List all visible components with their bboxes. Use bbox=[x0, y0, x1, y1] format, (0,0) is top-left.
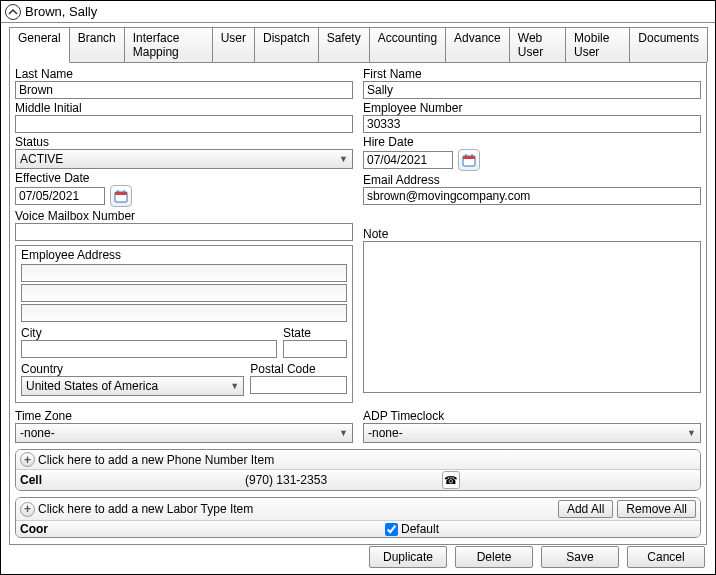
window-title: Brown, Sally bbox=[25, 4, 97, 19]
email-label: Email Address bbox=[363, 173, 701, 187]
hire-date-input[interactable] bbox=[363, 151, 453, 169]
timezone-label: Time Zone bbox=[15, 409, 353, 423]
status-value: ACTIVE bbox=[20, 152, 63, 166]
add-labor-row[interactable]: + Click here to add a new Labor Type Ite… bbox=[20, 502, 554, 517]
country-value: United States of America bbox=[26, 379, 158, 393]
postal-input[interactable] bbox=[250, 376, 347, 394]
tab-advance[interactable]: Advance bbox=[445, 27, 510, 62]
tab-user[interactable]: User bbox=[212, 27, 255, 62]
plus-icon: + bbox=[20, 502, 35, 517]
adp-value: -none- bbox=[368, 426, 403, 440]
chevron-down-icon: ▼ bbox=[339, 154, 348, 164]
voice-mailbox-input[interactable] bbox=[15, 223, 353, 241]
first-name-input[interactable] bbox=[363, 81, 701, 99]
labor-default-label: Default bbox=[401, 522, 439, 536]
middle-initial-input[interactable] bbox=[15, 115, 353, 133]
status-label: Status bbox=[15, 135, 353, 149]
state-label: State bbox=[283, 326, 347, 340]
general-panel: Last Name Middle Initial Status ACTIVE ▼… bbox=[9, 63, 707, 545]
employee-number-input[interactable] bbox=[363, 115, 701, 133]
title-bar: Brown, Sally bbox=[1, 1, 715, 23]
phone-icon[interactable]: ☎ bbox=[442, 471, 460, 489]
add-all-button[interactable]: Add All bbox=[558, 500, 613, 518]
timezone-value: -none- bbox=[20, 426, 55, 440]
city-label: City bbox=[21, 326, 277, 340]
address-group: Employee Address City State bbox=[15, 245, 353, 403]
labor-row[interactable]: Coor Default bbox=[16, 521, 700, 537]
city-input[interactable] bbox=[21, 340, 277, 358]
calendar-icon[interactable] bbox=[458, 149, 480, 171]
phone-list: + Click here to add a new Phone Number I… bbox=[15, 449, 701, 491]
tab-documents[interactable]: Documents bbox=[629, 27, 708, 62]
add-phone-label: Click here to add a new Phone Number Ite… bbox=[38, 453, 274, 467]
labor-type: Coor bbox=[20, 522, 385, 536]
status-select[interactable]: ACTIVE ▼ bbox=[15, 149, 353, 169]
postal-label: Postal Code bbox=[250, 362, 347, 376]
tab-strip: General Branch Interface Mapping User Di… bbox=[9, 27, 707, 63]
phone-number: (970) 131-2353 bbox=[245, 473, 440, 487]
chevron-down-icon: ▼ bbox=[230, 381, 239, 391]
tab-accounting[interactable]: Accounting bbox=[369, 27, 446, 62]
labor-default[interactable]: Default bbox=[385, 522, 439, 536]
tab-web-user[interactable]: Web User bbox=[509, 27, 566, 62]
plus-icon: + bbox=[20, 452, 35, 467]
add-phone-row[interactable]: + Click here to add a new Phone Number I… bbox=[16, 450, 700, 470]
phone-type: Cell bbox=[20, 473, 245, 487]
tab-mobile-user[interactable]: Mobile User bbox=[565, 27, 630, 62]
add-labor-label: Click here to add a new Labor Type Item bbox=[38, 502, 253, 516]
collapse-icon[interactable] bbox=[5, 4, 21, 20]
last-name-input[interactable] bbox=[15, 81, 353, 99]
effective-date-label: Effective Date bbox=[15, 171, 353, 185]
chevron-down-icon: ▼ bbox=[687, 428, 696, 438]
effective-date-input[interactable] bbox=[15, 187, 105, 205]
voice-mailbox-label: Voice Mailbox Number bbox=[15, 209, 353, 223]
timezone-select[interactable]: -none- ▼ bbox=[15, 423, 353, 443]
tab-general[interactable]: General bbox=[9, 27, 70, 63]
delete-button[interactable]: Delete bbox=[455, 546, 533, 568]
save-button[interactable]: Save bbox=[541, 546, 619, 568]
note-label: Note bbox=[363, 227, 701, 241]
duplicate-button[interactable]: Duplicate bbox=[369, 546, 447, 568]
calendar-icon[interactable] bbox=[110, 185, 132, 207]
address-line3-input[interactable] bbox=[21, 304, 347, 322]
hire-date-label: Hire Date bbox=[363, 135, 701, 149]
phone-row[interactable]: Cell (970) 131-2353 ☎ bbox=[16, 470, 700, 490]
tab-safety[interactable]: Safety bbox=[318, 27, 370, 62]
labor-default-checkbox[interactable] bbox=[385, 523, 398, 536]
tab-branch[interactable]: Branch bbox=[69, 27, 125, 62]
cancel-button[interactable]: Cancel bbox=[627, 546, 705, 568]
tab-dispatch[interactable]: Dispatch bbox=[254, 27, 319, 62]
remove-all-button[interactable]: Remove All bbox=[617, 500, 696, 518]
country-select[interactable]: United States of America ▼ bbox=[21, 376, 244, 396]
labor-list: + Click here to add a new Labor Type Ite… bbox=[15, 497, 701, 538]
state-input[interactable] bbox=[283, 340, 347, 358]
address-line1-input[interactable] bbox=[21, 264, 347, 282]
svg-rect-5 bbox=[463, 156, 475, 159]
adp-select[interactable]: -none- ▼ bbox=[363, 423, 701, 443]
last-name-label: Last Name bbox=[15, 67, 353, 81]
middle-initial-label: Middle Initial bbox=[15, 101, 353, 115]
email-input[interactable] bbox=[363, 187, 701, 205]
chevron-down-icon: ▼ bbox=[339, 428, 348, 438]
adp-label: ADP Timeclock bbox=[363, 409, 701, 423]
employee-address-label: Employee Address bbox=[21, 248, 347, 262]
tab-interface-mapping[interactable]: Interface Mapping bbox=[124, 27, 213, 62]
address-line2-input[interactable] bbox=[21, 284, 347, 302]
note-textarea[interactable] bbox=[363, 241, 701, 393]
country-label: Country bbox=[21, 362, 244, 376]
footer-buttons: Duplicate Delete Save Cancel bbox=[369, 546, 705, 568]
first-name-label: First Name bbox=[363, 67, 701, 81]
employee-number-label: Employee Number bbox=[363, 101, 701, 115]
svg-rect-1 bbox=[115, 192, 127, 195]
